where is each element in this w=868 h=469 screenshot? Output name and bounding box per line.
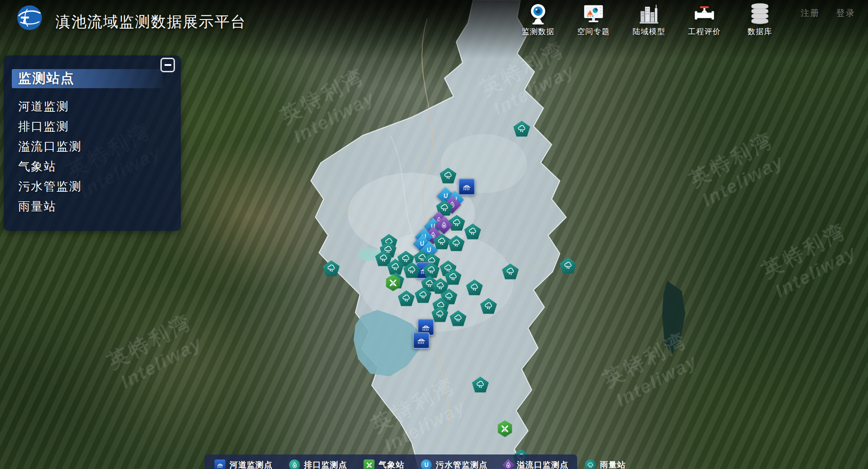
panel-title-bar[interactable]: 监测站点	[12, 69, 163, 88]
webcam-icon	[526, 2, 550, 25]
auth-links: 注册 登录	[801, 7, 855, 19]
bridge-icon	[416, 336, 426, 345]
drop-icon	[502, 459, 514, 469]
nav-item-monitor-data[interactable]: 监测数据	[516, 2, 560, 37]
page-title: 滇池流域监测数据展示平台	[55, 12, 246, 32]
nav-label: 工程评价	[688, 26, 721, 37]
nav-label: 陆域模型	[633, 26, 665, 37]
main-nav: 监测数据 空间专题 陆域模型 工程评价 数据库	[516, 2, 782, 37]
cloud-rain-icon	[378, 253, 389, 263]
u-pipe-icon	[421, 459, 432, 469]
legend-label: 排口监测点	[304, 459, 347, 469]
nav-label: 监测数据	[522, 26, 554, 37]
bridge-icon	[215, 459, 225, 469]
cloud-rain-icon	[448, 272, 459, 282]
legend-item-weather: 气象站	[364, 459, 404, 469]
sidebar-item-weather[interactable]: 气象站	[18, 156, 172, 176]
drop-icon	[289, 459, 300, 469]
monitor-chart-icon	[582, 2, 605, 25]
x-pinwheel-icon	[500, 423, 510, 434]
sidebar-item-outlet[interactable]: 排口监测	[18, 116, 172, 136]
cloud-rain-icon	[400, 254, 411, 264]
nav-item-project-eval[interactable]: 工程评价	[683, 2, 726, 37]
nav-item-land-model[interactable]: 陆域模型	[627, 2, 671, 37]
platform-logo	[16, 5, 43, 31]
map-legend: 河道监测点 排口监测点 气象站 污水管监测点 溢流口监测点 雨量站	[205, 454, 577, 469]
cloud-rain-icon	[467, 226, 478, 236]
cloud-rain-icon	[326, 263, 337, 273]
monitoring-stations-panel: 监测站点 河道监测排口监测溢流口监测气象站污水管监测雨量站	[4, 55, 181, 231]
header: 滇池流域监测数据展示平台 监测数据 空间专题 陆域模型 工程评价 数据库 注册 …	[0, 0, 868, 45]
drop-icon	[440, 221, 448, 230]
sidebar-item-rain[interactable]: 雨量站	[18, 196, 172, 216]
legend-item-rain: 雨量站	[585, 459, 626, 469]
cloud-rain-icon	[505, 266, 516, 276]
cloud-rain-icon	[443, 170, 454, 180]
legend-label: 污水管监测点	[436, 459, 488, 469]
nav-label: 数据库	[748, 26, 772, 37]
app-root: 英特利湾Inteliway 英特利湾Inteliway 英特利湾Inteliwa…	[0, 0, 868, 469]
cloud-rain-icon	[451, 218, 462, 228]
x-pinwheel-icon	[388, 277, 398, 288]
cloud-rain-icon	[426, 265, 437, 275]
legend-item-river: 河道监测点	[215, 459, 273, 469]
register-link[interactable]: 注册	[801, 7, 820, 19]
marker-river[interactable]	[459, 179, 475, 195]
legend-item-overflow: 溢流口监测点	[504, 459, 569, 469]
valve-icon	[693, 2, 716, 25]
cloud-rain-icon	[390, 262, 401, 272]
station-type-list: 河道监测排口监测溢流口监测气象站污水管监测雨量站	[18, 96, 172, 216]
sidebar-item-overflow[interactable]: 溢流口监测	[18, 136, 172, 156]
cloud-rain-icon	[444, 291, 454, 301]
cloud-rain-icon	[469, 282, 480, 292]
cloud-rain-icon	[401, 293, 412, 303]
cloud-rain-icon	[483, 301, 494, 311]
legend-item-sewage: 污水管监测点	[421, 459, 488, 469]
nav-label: 空间专题	[577, 26, 610, 37]
cloud-rain-icon	[406, 265, 417, 275]
cloud-rain-icon	[418, 290, 429, 300]
cloud-rain-icon	[453, 313, 464, 323]
marker-river[interactable]	[413, 332, 430, 349]
nav-item-database[interactable]: 数据库	[738, 2, 782, 37]
cloud-rain-icon	[516, 124, 527, 134]
cloud-rain-icon	[439, 203, 450, 213]
buildings-icon	[637, 2, 661, 25]
east-lake	[662, 281, 685, 355]
cloud-rain-icon	[435, 281, 446, 291]
sidebar-item-sewage[interactable]: 污水管监测	[18, 176, 172, 196]
cloud-rain-icon	[434, 309, 445, 319]
cloud-rain-icon	[451, 238, 462, 248]
cloud-rain-icon	[563, 260, 574, 270]
minus-icon	[165, 64, 171, 66]
x-pinwheel-icon	[364, 459, 374, 469]
sidebar-item-river[interactable]: 河道监测	[18, 96, 172, 116]
nav-item-spatial-theme[interactable]: 空间专题	[572, 2, 615, 37]
database-icon	[748, 2, 772, 25]
cloud-rain-icon	[585, 459, 596, 469]
bridge-icon	[421, 323, 430, 332]
legend-label: 雨量站	[600, 459, 626, 469]
legend-label: 溢流口监测点	[517, 459, 569, 469]
cloud-rain-icon	[475, 379, 486, 389]
legend-label: 河道监测点	[229, 459, 273, 469]
panel-title: 监测站点	[12, 70, 75, 88]
login-link[interactable]: 登录	[836, 7, 855, 19]
legend-item-outlet: 排口监测点	[289, 459, 347, 469]
bridge-icon	[462, 182, 471, 192]
cloud-rain-icon	[436, 236, 447, 246]
legend-label: 气象站	[379, 459, 404, 469]
